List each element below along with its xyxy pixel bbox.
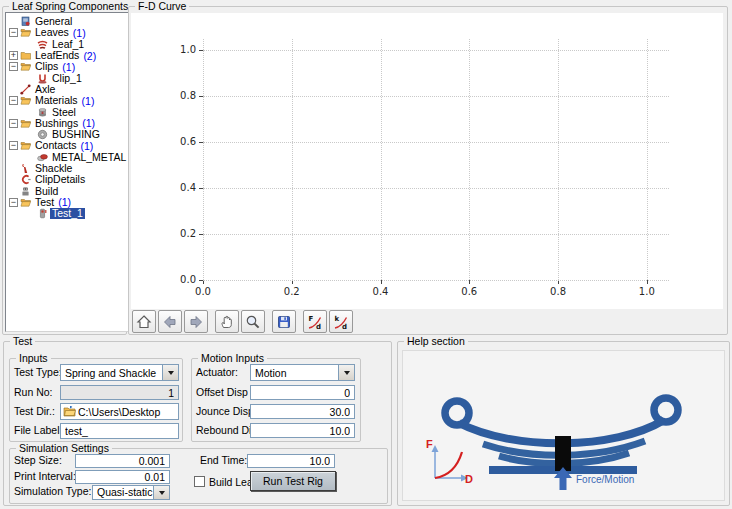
toolbar-home-button[interactable] xyxy=(132,310,156,333)
tree-item-clip_1[interactable]: Clip_1 xyxy=(6,72,128,83)
build-leaf-checkbox[interactable] xyxy=(194,476,205,487)
test-group: Test Inputs Test Type: Spring and Shackl… xyxy=(3,341,392,506)
inset-disp-label: D xyxy=(465,473,473,485)
clip-icon xyxy=(37,73,48,84)
tree-item-leaves[interactable]: −Leaves(1) xyxy=(6,27,128,38)
run-no-label: Run No: xyxy=(14,384,53,400)
actuator-dropdown[interactable]: Motion xyxy=(250,364,355,381)
test-dir-field[interactable]: C:\Users\Desktop xyxy=(60,403,179,420)
y-tick-label: 1.0 xyxy=(162,44,196,55)
test-type-dropdown[interactable]: Spring and Shackle xyxy=(60,364,179,381)
center-clamp xyxy=(555,436,571,471)
simulation-type-dropdown[interactable]: Quasi-static xyxy=(92,485,170,500)
zoom-icon xyxy=(245,314,261,330)
y-tick-label: 0.2 xyxy=(162,228,196,239)
leaf-spring-app-window: Leaf Spring Components General−Leaves(1)… xyxy=(0,0,732,509)
tree-item-build[interactable]: Build xyxy=(6,185,128,196)
print-interval-label: Print Interval: xyxy=(14,469,76,483)
test-group-title: Test xyxy=(10,336,35,347)
browse-folder-icon[interactable] xyxy=(63,406,76,417)
x-tick-label: 0.2 xyxy=(277,286,307,297)
folder-open-icon xyxy=(20,118,31,129)
toolbar-back-button[interactable] xyxy=(158,310,182,333)
toolbar-save-button[interactable] xyxy=(272,310,296,333)
svg-text:d: d xyxy=(316,323,321,330)
step-size-field[interactable] xyxy=(75,454,170,468)
jounce-disp-field[interactable] xyxy=(250,404,355,419)
motion-inputs-group: Motion Inputs Actuator: Motion Offset Di… xyxy=(191,358,361,442)
collapse-minus-icon[interactable]: − xyxy=(9,198,18,207)
fd-curve-group-title: F-D Curve xyxy=(135,1,189,12)
pan-icon xyxy=(219,314,235,330)
actuator-label: Actuator: xyxy=(196,364,238,380)
run-test-rig-button[interactable]: Run Test Rig xyxy=(250,471,336,491)
collapse-minus-icon[interactable]: − xyxy=(9,141,18,150)
chevron-down-icon[interactable] xyxy=(162,365,178,380)
right-spring-eye xyxy=(654,398,678,422)
tree-item-count: (2) xyxy=(83,50,96,62)
tree-item-leafends[interactable]: +LeafEnds(2) xyxy=(6,50,128,61)
chevron-down-icon[interactable] xyxy=(153,486,169,499)
inset-fd-curve xyxy=(435,452,462,478)
forward-icon xyxy=(188,314,204,330)
x-gridline xyxy=(203,39,204,280)
tree-item-clips[interactable]: −Clips(1) xyxy=(6,61,128,72)
collapse-minus-icon[interactable]: − xyxy=(9,62,18,71)
file-label-field[interactable] xyxy=(60,423,179,439)
tree-item-test_1[interactable]: Test_1 xyxy=(6,208,128,219)
x-gridline xyxy=(558,39,559,280)
y-gridline xyxy=(203,50,669,51)
tree-item-label: Test_1 xyxy=(50,208,85,219)
collapse-minus-icon[interactable]: − xyxy=(9,96,18,105)
clipdetails-icon xyxy=(20,174,31,185)
tree-item-materials[interactable]: −Materials(1) xyxy=(6,95,128,106)
collapse-minus-icon[interactable]: − xyxy=(9,28,18,37)
folder-open-icon xyxy=(20,95,31,106)
x-gridline xyxy=(469,39,470,280)
simulation-type-value: Quasi-static xyxy=(93,486,153,499)
svg-text:F: F xyxy=(309,315,314,323)
collapse-minus-icon[interactable]: − xyxy=(9,119,18,128)
help-section-group-title: Help section xyxy=(404,336,468,347)
tree-item-label: Contacts xyxy=(33,140,78,151)
motion-inputs-group-title: Motion Inputs xyxy=(198,353,267,364)
leaf-spring-components-group-title: Leaf Spring Components xyxy=(9,1,131,12)
component-tree[interactable]: General−Leaves(1)Leaf_1+LeafEnds(2)−Clip… xyxy=(5,12,129,332)
y-tick xyxy=(199,96,203,97)
rebound-disp-field[interactable] xyxy=(250,423,355,438)
toolbar-kd-curve-button[interactable]: kd xyxy=(329,310,353,333)
offset-disp-field[interactable] xyxy=(250,385,355,400)
chevron-down-icon[interactable] xyxy=(338,365,354,380)
tree-item-clipdetails[interactable]: ClipDetails xyxy=(6,174,128,185)
y-tick xyxy=(199,188,203,189)
inset-force-label: F xyxy=(426,438,433,450)
toolbar-forward-button[interactable] xyxy=(184,310,208,333)
x-tick-label: 0.6 xyxy=(454,286,484,297)
toolbar-fd-curve-button[interactable]: Fd xyxy=(303,310,327,333)
y-tick-label: 0.4 xyxy=(162,182,196,193)
tree-item-contacts[interactable]: −Contacts(1) xyxy=(6,140,128,151)
print-interval-field[interactable] xyxy=(75,470,170,484)
home-icon xyxy=(136,314,152,330)
offset-disp-label: Offset Disp : xyxy=(196,384,254,400)
file-label-label: File Label: xyxy=(14,422,62,438)
tree-item-count: (1) xyxy=(82,95,95,107)
steel-icon xyxy=(37,107,48,118)
simulation-type-label: Simulation Type: xyxy=(14,484,91,499)
y-tick xyxy=(199,234,203,235)
end-time-field[interactable] xyxy=(247,454,335,468)
save-icon xyxy=(276,314,292,330)
build-leaf-label: Build Leaf xyxy=(209,474,256,490)
force-motion-label: Force/Motion xyxy=(576,474,634,485)
expand-plus-icon[interactable]: + xyxy=(9,51,18,60)
x-gridline xyxy=(647,39,648,280)
tree-item-label: Clips xyxy=(33,61,60,72)
tree-item-steel[interactable]: Steel xyxy=(6,106,128,117)
test-icon xyxy=(37,208,48,219)
toolbar-pan-button[interactable] xyxy=(215,310,239,333)
run-no-field xyxy=(60,385,179,400)
y-tick xyxy=(199,280,203,281)
y-tick-label: 0.0 xyxy=(162,274,196,285)
folder-closed-icon xyxy=(20,50,31,61)
toolbar-zoom-button[interactable] xyxy=(241,310,265,333)
